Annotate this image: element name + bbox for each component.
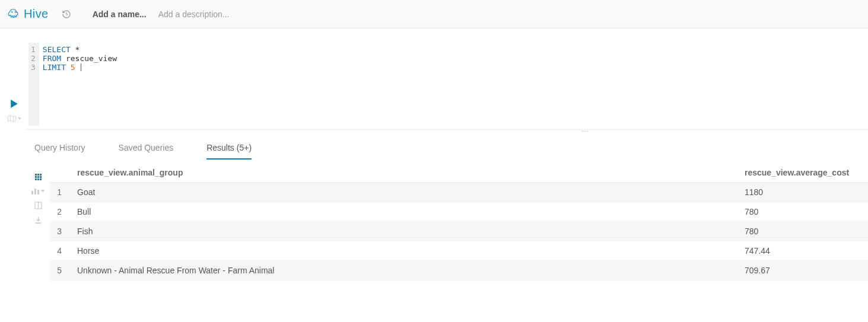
engine-selector[interactable]: Hive bbox=[7, 7, 49, 21]
history-icon[interactable] bbox=[62, 9, 71, 19]
chevron-down-icon bbox=[41, 190, 44, 192]
svg-point-0 bbox=[12, 11, 12, 12]
table-row[interactable]: 5 Unknown - Animal Rescue From Water - F… bbox=[50, 261, 868, 280]
table-header-row: rescue_view.animal_group rescue_view.ave… bbox=[50, 163, 868, 183]
top-bar: Hive Add a name... Add a description... bbox=[0, 0, 868, 28]
line-number-gutter: 1 2 3 bbox=[28, 43, 39, 126]
main-column: 1 2 3 SELECT * FROM rescue_view LIMIT 5 … bbox=[26, 28, 868, 280]
hive-elephant-icon bbox=[7, 8, 20, 21]
text-cursor bbox=[81, 63, 81, 71]
drag-handle-icon[interactable]: ••• bbox=[582, 128, 589, 133]
column-header-average-cost[interactable]: rescue_view.average_cost bbox=[737, 163, 868, 183]
columns-button[interactable] bbox=[34, 202, 42, 209]
svg-marker-2 bbox=[11, 100, 18, 108]
query-description-input[interactable]: Add a description... bbox=[158, 9, 230, 19]
grid-view-button[interactable] bbox=[35, 174, 42, 180]
run-button[interactable] bbox=[10, 100, 18, 110]
query-name-input[interactable]: Add a name... bbox=[93, 9, 147, 19]
sql-editor[interactable]: 1 2 3 SELECT * FROM rescue_view LIMIT 5 bbox=[26, 43, 868, 126]
tab-results[interactable]: Results (5+) bbox=[206, 143, 252, 160]
svg-point-1 bbox=[15, 11, 15, 12]
results-table: rescue_view.animal_group rescue_view.ave… bbox=[50, 163, 868, 280]
download-button[interactable] bbox=[34, 216, 42, 224]
explain-button[interactable] bbox=[7, 114, 21, 123]
column-header-animal-group[interactable]: rescue_view.animal_group bbox=[70, 163, 737, 183]
chart-view-button[interactable] bbox=[31, 187, 44, 195]
editor-results-divider[interactable]: ••• bbox=[26, 129, 868, 130]
tab-query-history[interactable]: Query History bbox=[34, 143, 85, 160]
svg-rect-3 bbox=[31, 191, 33, 195]
tab-saved-queries[interactable]: Saved Queries bbox=[119, 143, 174, 160]
svg-rect-4 bbox=[34, 189, 36, 195]
table-row[interactable]: 2 Bull 780 bbox=[50, 202, 868, 222]
chevron-down-icon bbox=[18, 117, 21, 120]
table-row[interactable]: 4 Horse 747.44 bbox=[50, 241, 868, 261]
code-area[interactable]: SELECT * FROM rescue_view LIMIT 5 bbox=[39, 43, 120, 126]
table-row[interactable]: 3 Fish 780 bbox=[50, 222, 868, 241]
row-number-header[interactable] bbox=[50, 163, 70, 183]
engine-name: Hive bbox=[24, 7, 49, 21]
grid-icon bbox=[35, 174, 42, 180]
results-tabs: Query History Saved Queries Results (5+) bbox=[26, 130, 868, 160]
results-pane: rescue_view.animal_group rescue_view.ave… bbox=[26, 163, 868, 280]
results-view-toolbar bbox=[26, 163, 50, 280]
svg-rect-5 bbox=[37, 190, 39, 195]
table-row[interactable]: 1 Goat 1180 bbox=[50, 183, 868, 202]
svg-rect-8 bbox=[35, 222, 40, 224]
body: 1 2 3 SELECT * FROM rescue_view LIMIT 5 … bbox=[0, 28, 868, 280]
editor-gutter-toolbar bbox=[2, 28, 26, 280]
